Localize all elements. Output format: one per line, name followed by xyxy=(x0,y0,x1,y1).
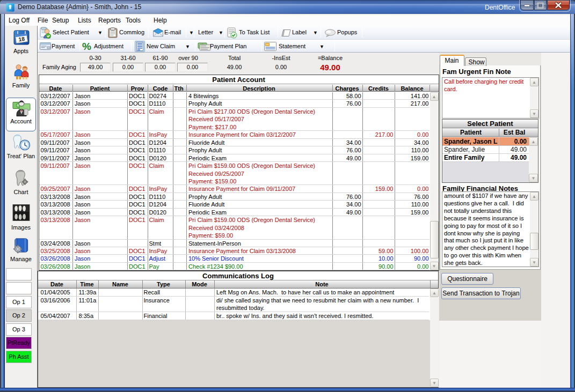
svg-text:18: 18 xyxy=(18,36,25,43)
svg-text:%: % xyxy=(82,41,91,52)
